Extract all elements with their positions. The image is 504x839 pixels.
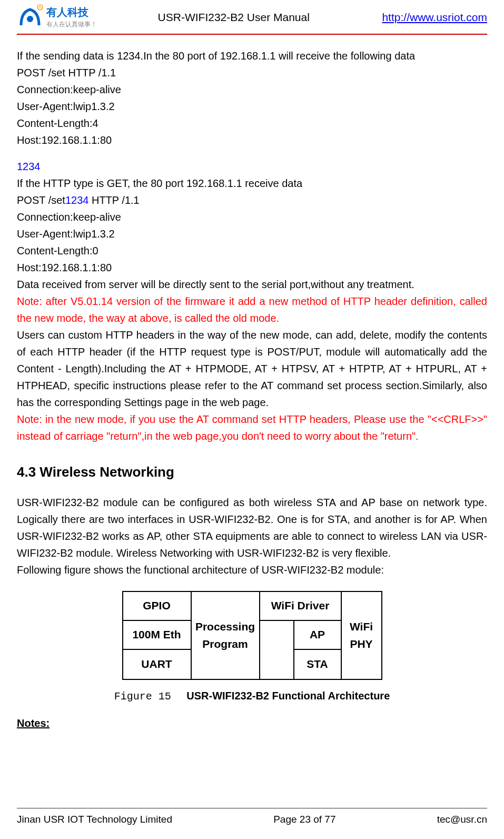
footer-page: Page 23 of 77 — [273, 814, 335, 825]
http-line: Host:192.168.1.1:80 — [17, 132, 487, 149]
http-line: User-Agent:lwip1.3.2 — [17, 98, 487, 115]
diagram-cell-ap: AP — [294, 621, 342, 650]
page-footer: Jinan USR IOT Technology Limited Page 23… — [17, 808, 487, 825]
diagram-cell-sta: STA — [294, 650, 342, 679]
http-line: Content-Length:0 — [17, 242, 487, 259]
http-line: POST /set HTTP /1.1 — [17, 64, 487, 81]
page-header: R 有人科技 有人在认真做事！ USR-WIFI232-B2 User Manu… — [17, 0, 487, 35]
diagram-cell-processing: Processing Program — [192, 592, 260, 679]
note-paragraph: Note: in the new mode, if you use the AT… — [17, 411, 487, 445]
page-content: If the sending data is 1234.In the 80 po… — [17, 35, 487, 732]
figure-label: Figure 15 — [114, 690, 171, 703]
header-link[interactable]: http://www.usriot.com — [382, 11, 487, 24]
note-paragraph: Note: after V5.01.14 version of the firm… — [17, 293, 487, 327]
http-line: Connection:keep-alive — [17, 209, 487, 225]
paragraph: Following figure shows the functional ar… — [17, 561, 487, 578]
http-line: Connection:keep-alive — [17, 81, 487, 98]
post-data: 1234 — [65, 194, 89, 206]
paragraph: Users can custom HTTP headers in the way… — [17, 327, 487, 411]
footer-company: Jinan USR IOT Technology Limited — [17, 814, 172, 825]
footer-email: tec@usr.cn — [437, 814, 487, 825]
architecture-diagram: GPIO 100M Eth UART Processing Program Wi… — [122, 591, 382, 680]
svg-point-0 — [27, 16, 33, 22]
notes-heading: Notes: — [17, 715, 487, 732]
post-suffix: HTTP /1.1 — [88, 194, 139, 206]
http-line: User-Agent:lwip1.3.2 — [17, 225, 487, 242]
diagram-cell-phy: WiFi PHY — [342, 592, 381, 679]
doc-title: USR-WIFI232-B2 User Manual — [85, 11, 382, 24]
http-line: Content-Length:4 — [17, 115, 487, 132]
intro-paragraph: If the sending data is 1234.In the 80 po… — [17, 47, 487, 64]
svg-text:R: R — [38, 6, 41, 9]
svg-text:有人科技: 有人科技 — [46, 6, 89, 18]
http-line: Host:192.168.1.1:80 — [17, 259, 487, 276]
diagram-cell-eth: 100M Eth — [123, 621, 192, 650]
section-heading: 4.3 Wireless Networking — [17, 461, 487, 483]
diagram-cell-driver: WiFi Driver — [260, 592, 342, 621]
data-value: 1234 — [17, 158, 487, 175]
figure-caption: Figure 15 USR-WIFI232-B2 Functional Arch… — [17, 687, 487, 705]
diagram-wrapper: GPIO 100M Eth UART Processing Program Wi… — [17, 591, 487, 680]
paragraph: If the HTTP type is GET, the 80 port 192… — [17, 175, 487, 192]
paragraph: USR-WIFI232-B2 module can be configured … — [17, 494, 487, 561]
http-line: POST /set1234 HTTP /1.1 — [17, 192, 487, 209]
paragraph: Data received from server will be direct… — [17, 276, 487, 293]
diagram-cell-gpio: GPIO — [123, 592, 192, 621]
figure-title: USR-WIFI232-B2 Functional Architecture — [186, 690, 390, 702]
diagram-cell-uart: UART — [123, 650, 192, 679]
post-prefix: POST /set — [17, 194, 65, 206]
